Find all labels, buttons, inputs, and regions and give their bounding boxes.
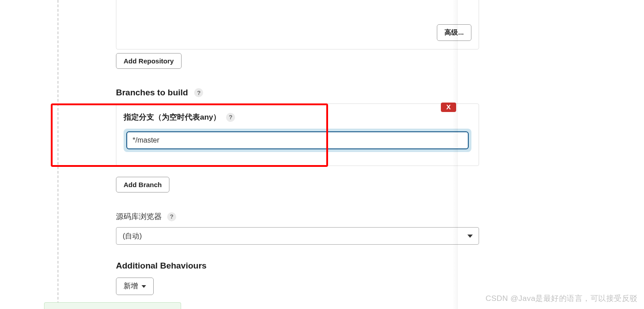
branch-specifier-input[interactable] bbox=[126, 131, 469, 149]
repo-browser-select-wrapper: (自动) bbox=[116, 227, 479, 245]
add-branch-button[interactable]: Add Branch bbox=[116, 177, 169, 193]
repository-browser-label: 源码库浏览器 ? bbox=[116, 211, 176, 222]
help-icon[interactable]: ? bbox=[167, 212, 176, 221]
branch-specifier-label: 指定分支（为空时代表any） ? bbox=[124, 112, 471, 122]
repository-browser-select[interactable]: (自动) bbox=[116, 227, 479, 245]
additional-behaviours-text: Additional Behaviours bbox=[116, 261, 207, 271]
bottom-tab-fragment bbox=[44, 302, 181, 309]
delete-branch-button[interactable]: X bbox=[441, 103, 456, 112]
timeline-dashed-line bbox=[58, 0, 58, 304]
help-icon[interactable]: ? bbox=[226, 113, 235, 122]
branch-label-text: 指定分支（为空时代表any） bbox=[124, 112, 221, 122]
branch-specifier-card: X 指定分支（为空时代表any） ? bbox=[116, 103, 479, 166]
branches-heading-text: Branches to build bbox=[116, 88, 188, 98]
branch-input-wrapper bbox=[124, 129, 471, 152]
additional-behaviours-heading: Additional Behaviours bbox=[116, 261, 207, 271]
repository-card: 高级... bbox=[116, 0, 479, 49]
watermark-text: CSDN @Java是最好的语言，可以接受反驳 bbox=[485, 293, 638, 304]
help-icon[interactable]: ? bbox=[194, 88, 203, 97]
advanced-button[interactable]: 高级... bbox=[437, 24, 471, 41]
chevron-down-icon bbox=[142, 285, 146, 288]
add-repository-button[interactable]: Add Repository bbox=[116, 53, 182, 69]
add-behaviour-label: 新增 bbox=[124, 282, 138, 291]
repo-browser-label-text: 源码库浏览器 bbox=[116, 211, 162, 222]
add-behaviour-button[interactable]: 新增 bbox=[116, 278, 154, 295]
branches-to-build-heading: Branches to build ? bbox=[116, 88, 203, 98]
